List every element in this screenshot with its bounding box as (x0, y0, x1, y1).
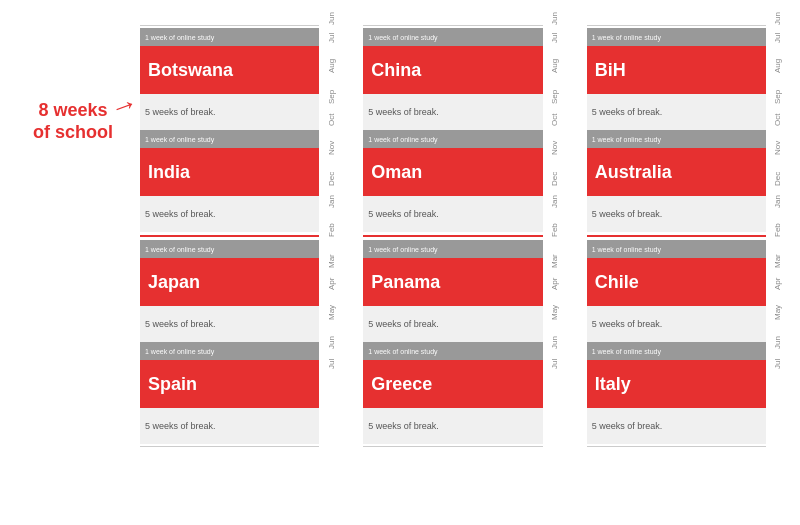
break-spain: 5 weeks of break. (140, 408, 319, 444)
country-oman: Oman (363, 148, 542, 196)
month-mar-3: Mar (773, 248, 782, 274)
year-line-1 (140, 235, 319, 237)
break-panama: 5 weeks of break. (363, 306, 542, 342)
month-may-2: May (550, 294, 559, 330)
online-study-chile: 1 week of online study (587, 240, 766, 258)
online-study-india: 1 week of online study (140, 130, 319, 148)
month-may-1: May (327, 294, 336, 330)
break-italy: 5 weeks of break. (587, 408, 766, 444)
column-3: 1 week of online study BiH 5 weeks of br… (587, 10, 790, 515)
month-jul2-1: Jul (327, 356, 336, 372)
section-spain: 1 week of online study Spain 5 weeks of … (140, 342, 319, 444)
online-study-japan: 1 week of online study (140, 240, 319, 258)
month-nov-3: Nov (773, 130, 782, 166)
schedule-area-3: 1 week of online study BiH 5 weeks of br… (587, 10, 766, 515)
month-apr-1: Apr (327, 274, 336, 294)
column-2: 1 week of online study China 5 weeks of … (363, 10, 566, 515)
country-australia: Australia (587, 148, 766, 196)
month-sep-1: Sep (327, 84, 336, 110)
months-col-3: Jun Jul Aug Sep Oct Nov Dec Jan Feb Mar … (766, 10, 790, 515)
online-study-australia: 1 week of online study (587, 130, 766, 148)
month-apr-3: Apr (773, 274, 782, 294)
break-india: 5 weeks of break. (140, 196, 319, 232)
break-australia: 5 weeks of break. (587, 196, 766, 232)
month-aug-3: Aug (773, 48, 782, 84)
country-china: China (363, 46, 542, 94)
month-jul-2: Jul (550, 28, 559, 48)
section-china: 1 week of online study China 5 weeks of … (363, 28, 542, 130)
month-dec-2: Dec (550, 166, 559, 192)
break-china: 5 weeks of break. (363, 94, 542, 130)
month-dec-1: Dec (327, 166, 336, 192)
section-india: 1 week of online study India 5 weeks of … (140, 130, 319, 232)
online-study-bih: 1 week of online study (587, 28, 766, 46)
country-italy: Italy (587, 360, 766, 408)
month-feb-3: Feb (773, 212, 782, 248)
country-chile: Chile (587, 258, 766, 306)
month-jun-3: Jun (773, 10, 782, 28)
month-jan-1: Jan (327, 192, 336, 212)
section-australia: 1 week of online study Australia 5 weeks… (587, 130, 766, 232)
country-botswana: Botswana (140, 46, 319, 94)
year-line-3 (587, 235, 766, 237)
month-sep-2: Sep (550, 84, 559, 110)
month-oct-3: Oct (773, 110, 782, 130)
month-nov-1: Nov (327, 130, 336, 166)
page-container: → 8 weeks of school 1 week of online stu… (0, 0, 800, 525)
months-col-2: Jun Jul Aug Sep Oct Nov Dec Jan Feb Mar … (543, 10, 567, 515)
columns-wrapper: 1 week of online study Botswana 5 weeks … (140, 10, 790, 515)
month-jul2-3: Jul (773, 356, 782, 372)
month-feb-2: Feb (550, 212, 559, 248)
month-mar-1: Mar (327, 248, 336, 274)
country-greece: Greece (363, 360, 542, 408)
section-panama: 1 week of online study Panama 5 weeks of… (363, 240, 542, 342)
break-oman: 5 weeks of break. (363, 196, 542, 232)
month-jul-1: Jul (327, 28, 336, 48)
month-jun2-3: Jun (773, 330, 782, 356)
month-may-3: May (773, 294, 782, 330)
month-jul2-2: Jul (550, 356, 559, 372)
break-japan: 5 weeks of break. (140, 306, 319, 342)
annotation: → 8 weeks of school (18, 100, 128, 143)
section-greece: 1 week of online study Greece 5 weeks of… (363, 342, 542, 444)
schedule-area-1: 1 week of online study Botswana 5 weeks … (140, 10, 319, 515)
month-feb-1: Feb (327, 212, 336, 248)
country-bih: BiH (587, 46, 766, 94)
section-oman: 1 week of online study Oman 5 weeks of b… (363, 130, 542, 232)
month-jun2-2: Jun (550, 330, 559, 356)
month-oct-2: Oct (550, 110, 559, 130)
section-chile: 1 week of online study Chile 5 weeks of … (587, 240, 766, 342)
online-study-china: 1 week of online study (363, 28, 542, 46)
months-col-1: Jun Jul Aug Sep Oct Nov Dec Jan Feb Mar … (319, 10, 343, 515)
section-bih: 1 week of online study BiH 5 weeks of br… (587, 28, 766, 130)
month-nov-2: Nov (550, 130, 559, 166)
online-study-spain: 1 week of online study (140, 342, 319, 360)
section-japan: 1 week of online study Japan 5 weeks of … (140, 240, 319, 342)
break-greece: 5 weeks of break. (363, 408, 542, 444)
year-line-2 (363, 235, 542, 237)
month-apr-2: Apr (550, 274, 559, 294)
month-dec-3: Dec (773, 166, 782, 192)
country-india: India (140, 148, 319, 196)
break-botswana: 5 weeks of break. (140, 94, 319, 130)
month-sep-3: Sep (773, 84, 782, 110)
month-jun-2: Jun (550, 10, 559, 28)
break-chile: 5 weeks of break. (587, 306, 766, 342)
online-study-oman: 1 week of online study (363, 130, 542, 148)
online-study-panama: 1 week of online study (363, 240, 542, 258)
month-mar-2: Mar (550, 248, 559, 274)
online-study-italy: 1 week of online study (587, 342, 766, 360)
month-jun-1: Jun (327, 10, 336, 28)
country-japan: Japan (140, 258, 319, 306)
online-study-botswana: 1 week of online study (140, 28, 319, 46)
country-panama: Panama (363, 258, 542, 306)
month-jun2-1: Jun (327, 330, 336, 356)
month-aug-2: Aug (550, 48, 559, 84)
month-oct-1: Oct (327, 110, 336, 130)
month-jan-3: Jan (773, 192, 782, 212)
schedule-area-2: 1 week of online study China 5 weeks of … (363, 10, 542, 515)
month-aug-1: Aug (327, 48, 336, 84)
month-jul-3: Jul (773, 28, 782, 48)
break-bih: 5 weeks of break. (587, 94, 766, 130)
section-italy: 1 week of online study Italy 5 weeks of … (587, 342, 766, 444)
